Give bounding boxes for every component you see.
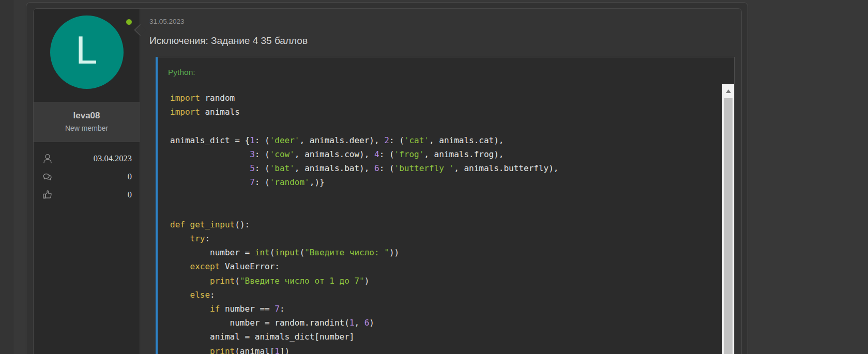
- scroll-up-button[interactable]: [722, 84, 734, 98]
- joined-date-value: 03.04.2023: [94, 153, 132, 164]
- code-line: else:: [170, 288, 713, 302]
- messages-count-value: 0: [128, 172, 132, 182]
- likes-icon: [41, 189, 54, 201]
- stat-row-messages: 0: [41, 171, 132, 183]
- code-line: def get_input():: [170, 218, 713, 232]
- code-line: animals_dict = {1: ('deer', animals.deer…: [170, 133, 713, 147]
- code-line: print("Введите число от 1 до 7"): [170, 274, 713, 288]
- code-line: import animals: [170, 105, 713, 119]
- code-line: if number == 7:: [170, 302, 713, 316]
- user-info-panel: L leva08 New member 03.04.2023: [34, 9, 140, 354]
- code-line: 5: ('bat', animals.bat), 6: ('butterfly …: [170, 161, 713, 175]
- code-language-label: Python:: [158, 57, 734, 82]
- code-line: ​: [170, 119, 713, 133]
- code-line: animal = animals_dict[number]: [170, 330, 713, 344]
- thread-container: L leva08 New member 03.04.2023: [26, 2, 748, 354]
- code-line: print(animal[1]): [170, 344, 713, 354]
- code-pre: import randomimport animals​animals_dict…: [158, 82, 734, 354]
- avatar-letter: L: [75, 30, 97, 74]
- code-line: 7: ('random',)}: [170, 175, 713, 189]
- avatar[interactable]: L: [50, 16, 124, 89]
- page-left-edge: [0, 0, 13, 354]
- code-line: ​: [170, 189, 713, 203]
- code-line: import random: [170, 91, 713, 105]
- user-icon: [41, 152, 54, 165]
- scroll-up-arrow-icon: [726, 89, 731, 93]
- forum-post: L leva08 New member 03.04.2023: [33, 8, 742, 354]
- code-line: except ValueError:: [170, 259, 713, 273]
- post-title: Исключения: Задание 4 35 баллов: [149, 34, 735, 48]
- user-stats: 03.04.2023 0 0: [34, 142, 140, 208]
- code-line: ​: [170, 204, 713, 218]
- user-title-block: leva08 New member: [34, 102, 140, 142]
- code-content: import randomimport animals​animals_dict…: [170, 91, 713, 354]
- avatar-block: L: [34, 9, 140, 102]
- code-line: 3: ('cow', animals.cow), 4: ('frog', ani…: [170, 147, 713, 161]
- online-status-dot: [126, 19, 132, 25]
- code-line: number = int(input("Введите число: ")): [170, 245, 713, 259]
- code-line: number = random.randint(1, 6): [170, 316, 713, 330]
- code-block: Python: import randomimport animals​anim…: [156, 57, 735, 354]
- code-scrollbar[interactable]: [722, 84, 734, 354]
- scroll-thumb[interactable]: [724, 98, 733, 354]
- username-link[interactable]: leva08: [36, 111, 138, 121]
- user-role: New member: [36, 124, 138, 132]
- stat-row-likes: 0: [41, 189, 132, 201]
- message-cell: 31.05.2023 Исключения: Задание 4 35 балл…: [140, 9, 741, 354]
- code-line: try:: [170, 232, 713, 245]
- messages-icon: [41, 171, 54, 183]
- post-date[interactable]: 31.05.2023: [149, 18, 735, 25]
- likes-count-value: 0: [128, 190, 132, 200]
- stat-row-joined: 03.04.2023: [41, 152, 132, 165]
